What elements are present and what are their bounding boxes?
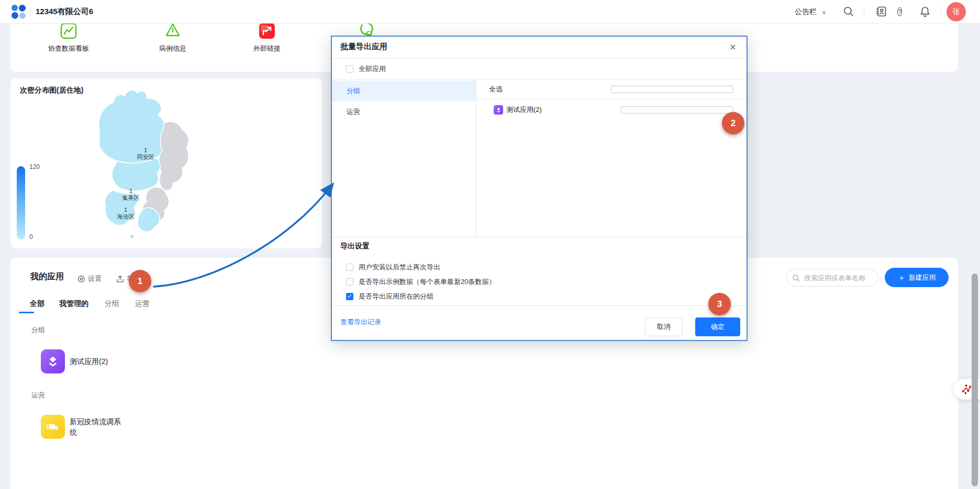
option-label: 用户安装以后禁止再次导出 [359, 263, 440, 272]
map-island [130, 234, 134, 238]
green-case-icon [164, 22, 182, 40]
header-divider [30, 7, 31, 17]
tab-managed[interactable]: 我管理的 [59, 299, 88, 309]
map-value-tongan: 1 [144, 147, 147, 153]
option-label: 是否导出示例数据（每个表单最新20条数据） [359, 277, 495, 287]
category-item-group[interactable]: 分组 [332, 81, 476, 101]
red-external-link-icon [258, 22, 276, 40]
category-item-operation[interactable]: 运营 [332, 101, 476, 122]
question-glyph: ? [897, 7, 902, 16]
all-apps-checkbox[interactable] [346, 65, 353, 73]
export-app-row: 测试应用(2) [476, 99, 747, 120]
map-label-tongan: 同安区 [137, 154, 154, 160]
map-region-siming [138, 208, 160, 232]
my-apps-title: 我的应用 [30, 271, 64, 282]
export-settings-section: 导出设置 用户安装以后禁止再次导出 是否导出示例数据（每个表单最新20条数据） … [332, 237, 747, 244]
step-badge-1: 1 [129, 270, 151, 292]
top-navbar: 12345有限公司6 公告栏 ∨ ? 张 [0, 0, 980, 24]
company-name: 12345有限公司6 [36, 7, 93, 17]
screen: 协查数据看板 病例信息 外部链接 次密分布图(居住地) 120 0 [0, 0, 980, 489]
map-label-jimei: 集美区 [122, 195, 140, 201]
tab-group[interactable]: 分组 [105, 299, 119, 309]
shortcut-label: 外部链接 [230, 44, 304, 53]
batch-export-dialog: 批量导出应用 ✕ 全部应用 分组 运营 全选 测试应用(2 [331, 36, 748, 341]
district-map: 1 同安区 1 集美区 1 海沧区 [10, 78, 322, 248]
app-item-test[interactable]: 测试应用(2) [41, 349, 124, 373]
option-row-sample-data: 是否导出示例数据（每个表单最新20条数据） [341, 277, 495, 287]
notification-bell-icon[interactable] [919, 6, 931, 17]
section-label-operation: 运营 [31, 391, 45, 400]
chevron-down-icon: ∨ [822, 9, 826, 15]
app-item-covid[interactable]: 新冠疫情流调系统 [41, 415, 124, 439]
company-logo-icon[interactable] [12, 5, 26, 19]
cancel-button[interactable]: 取消 [645, 317, 683, 336]
network-nodes-icon [961, 383, 973, 395]
confirm-button[interactable]: 确定 [695, 317, 740, 336]
step-badge-3: 3 [708, 293, 731, 315]
option-label: 是否导出应用所在的分组 [359, 292, 433, 301]
shortcut-label: 协查数据看板 [32, 44, 105, 53]
option-checkbox[interactable] [346, 278, 353, 286]
select-all-label: 全选 [489, 85, 611, 94]
shortcut-external-link[interactable]: 外部链接 [230, 22, 304, 53]
option-checkbox[interactable] [346, 264, 353, 271]
active-tab-underline [19, 312, 34, 313]
header-divider [864, 7, 864, 17]
export-app-name: 测试应用(2) [506, 105, 618, 115]
search-icon[interactable] [843, 6, 854, 17]
view-export-records-link[interactable]: 查看导出记录 [340, 317, 381, 327]
announcement-dropdown[interactable]: 公告栏 ∨ [795, 7, 826, 17]
shortcut-label: 病例信息 [136, 44, 209, 53]
address-book-icon[interactable] [875, 6, 887, 17]
tab-all[interactable]: 全部 [30, 299, 44, 309]
map-region-xiangan [159, 121, 188, 190]
scrollbar-thumb[interactable] [972, 274, 978, 486]
export-app-checkbox[interactable] [621, 106, 733, 113]
purple-gem-app-icon-small [494, 105, 503, 115]
purple-gem-app-icon [41, 349, 65, 373]
settings-label: 设置 [88, 274, 102, 283]
dialog-footer: 查看导出记录 取消 确定 [332, 305, 747, 340]
yellow-truck-app-icon [41, 415, 65, 439]
option-row-forbid-reexport: 用户安装以后禁止再次导出 [341, 263, 440, 272]
app-search[interactable] [786, 269, 878, 287]
map-region-tongan [99, 90, 166, 163]
app-name: 测试应用(2) [70, 356, 124, 367]
category-panel: 分组 运营 [332, 79, 476, 237]
export-icon [116, 275, 124, 283]
announcement-label: 公告栏 [795, 7, 817, 16]
plus-icon: ＋ [898, 274, 906, 281]
map-value-haicang: 1 [124, 207, 127, 213]
option-row-export-group: 是否导出应用所在的分组 [341, 292, 433, 301]
select-all-checkbox[interactable] [611, 86, 734, 93]
export-settings-title: 导出设置 [340, 242, 370, 251]
new-app-button[interactable]: ＋ 新建应用 [885, 268, 949, 287]
map-card: 次密分布图(居住地) 120 0 1 同安区 1 集美区 1 海沧区 [10, 78, 322, 248]
all-apps-label: 全部应用 [359, 64, 386, 74]
shortcut-dashboard[interactable]: 协查数据看板 [32, 22, 105, 53]
map-label-haicang: 海沧区 [117, 213, 135, 220]
gear-icon [77, 275, 85, 283]
shortcut-case-info[interactable]: 病例信息 [136, 22, 209, 53]
all-apps-row: 全部应用 [332, 59, 747, 79]
step-badge-2: 2 [722, 112, 744, 134]
search-icon [792, 274, 800, 282]
app-name: 新冠疫情流调系统 [70, 416, 124, 437]
new-app-label: 新建应用 [909, 273, 936, 282]
tab-operation[interactable]: 运营 [135, 299, 150, 309]
dialog-body: 分组 运营 全选 测试应用(2) [332, 79, 747, 237]
dialog-header: 批量导出应用 ✕ [332, 37, 747, 59]
map-region-jimei [112, 158, 160, 191]
option-checkbox-checked[interactable] [346, 293, 353, 300]
user-avatar[interactable]: 张 [946, 2, 966, 21]
close-icon[interactable]: ✕ [727, 41, 739, 54]
section-label-group: 分组 [31, 325, 45, 335]
header-divider [940, 7, 941, 17]
search-input[interactable] [803, 274, 873, 282]
settings-button[interactable]: 设置 [77, 274, 102, 283]
select-all-row: 全选 [476, 79, 747, 99]
app-select-panel: 全选 测试应用(2) [476, 79, 747, 237]
map-value-jimei: 1 [129, 188, 132, 194]
green-chart-icon [60, 22, 77, 40]
help-icon[interactable]: ? [897, 7, 909, 18]
